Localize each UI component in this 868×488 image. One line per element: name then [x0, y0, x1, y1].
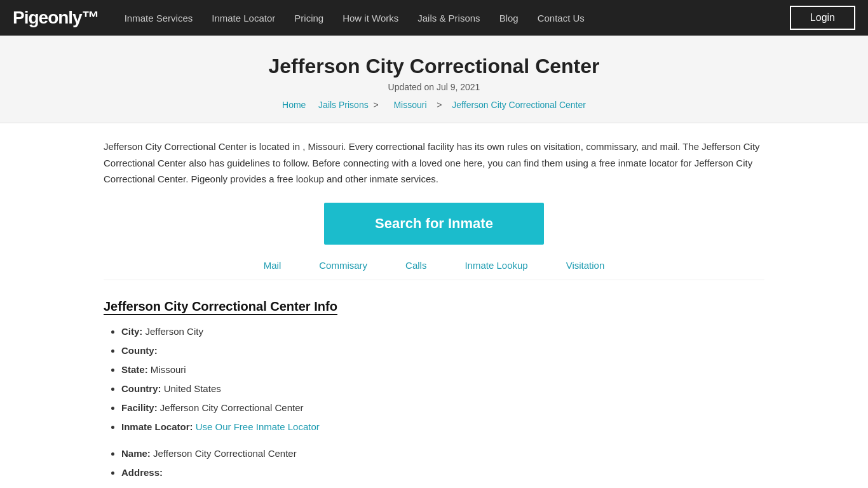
facility-label: Facility: — [121, 402, 158, 413]
navbar: Pigeonly™ Inmate Services Inmate Locator… — [0, 0, 868, 36]
state-label: State: — [121, 364, 148, 375]
tab-commisary[interactable]: Commisary — [319, 260, 367, 271]
tab-visitation[interactable]: Visitation — [566, 260, 605, 271]
nav-how-it-works[interactable]: How it Works — [342, 13, 398, 24]
tab-calls[interactable]: Calls — [405, 260, 426, 271]
list-item: Name: Jefferson City Correctional Center — [121, 446, 764, 461]
logo: Pigeonly™ — [13, 8, 99, 28]
page-title: Jefferson City Correctional Center — [13, 55, 855, 78]
country-value: United States — [164, 383, 221, 394]
breadcrumb-arrow2: > — [431, 100, 449, 110]
tab-inmate-lookup[interactable]: Inmate Lookup — [465, 260, 527, 271]
main-content: Jefferson City Correctional Center is lo… — [53, 123, 815, 488]
breadcrumb-state[interactable]: Missouri — [393, 100, 426, 110]
state-value: Missouri — [151, 364, 186, 375]
nav-inmate-services[interactable]: Inmate Services — [125, 13, 193, 24]
info-section-title: Jefferson City Correctional Center Info — [104, 299, 337, 315]
breadcrumb-jails[interactable]: Jails Prisons — [318, 100, 369, 110]
nav-pricing[interactable]: Pricing — [294, 13, 323, 24]
country-label: Country: — [121, 383, 161, 394]
info-list: City: Jefferson City County: State: Miss… — [104, 324, 764, 435]
list-item: County: — [121, 343, 764, 358]
nav-jails-prisons[interactable]: Jails & Prisons — [417, 13, 480, 24]
breadcrumb-sep2 — [386, 100, 391, 110]
info-list-2: Name: Jefferson City Correctional Center… — [104, 446, 764, 489]
list-item: Inmate Locator: Use Our Free Inmate Loca… — [121, 419, 764, 435]
nav-blog[interactable]: Blog — [499, 13, 519, 24]
county-label: County: — [121, 345, 158, 356]
nav-links: Inmate Services Inmate Locator Pricing H… — [125, 13, 790, 24]
login-button[interactable]: Login — [790, 6, 855, 30]
name-label: Name: — [121, 448, 151, 459]
inmate-locator-label: Inmate Locator: — [121, 421, 193, 432]
breadcrumb-sep1 — [311, 100, 316, 110]
city-value: Jefferson City — [146, 326, 203, 337]
hero-section: Jefferson City Correctional Center Updat… — [0, 36, 868, 123]
info-section: Jefferson City Correctional Center Info … — [104, 299, 764, 489]
search-for-inmate-button[interactable]: Search for Inmate — [324, 203, 544, 245]
facility-description: Jefferson City Correctional Center is lo… — [104, 139, 764, 187]
tab-mail[interactable]: Mail — [264, 260, 281, 271]
list-item: State: Missouri — [121, 362, 764, 377]
list-item: City: Jefferson City — [121, 324, 764, 339]
list-item: Country: United States — [121, 381, 764, 396]
list-item: Address: — [121, 465, 764, 480]
nav-contact-us[interactable]: Contact Us — [538, 13, 585, 24]
service-tabs: Mail Commisary Calls Inmate Lookup Visit… — [104, 260, 764, 280]
search-button-wrapper: Search for Inmate — [104, 203, 764, 245]
breadcrumb: Home Jails Prisons > Missouri > Jefferso… — [13, 92, 855, 110]
list-item: Facility: Jefferson City Correctional Ce… — [121, 400, 764, 416]
facility-value: Jefferson City Correctional Center — [160, 402, 304, 413]
breadcrumb-arrow1: > — [374, 100, 379, 110]
nav-inmate-locator[interactable]: Inmate Locator — [212, 13, 275, 24]
address-label: Address: — [121, 467, 163, 478]
city-label: City: — [121, 326, 142, 337]
breadcrumb-home[interactable]: Home — [282, 100, 306, 110]
updated-date: Updated on Jul 9, 2021 — [13, 82, 855, 92]
name-value: Jefferson City Correctional Center — [153, 448, 297, 459]
breadcrumb-facility[interactable]: Jefferson City Correctional Center — [452, 100, 586, 110]
phone-label: Phone: — [121, 486, 154, 489]
inmate-locator-link[interactable]: Use Our Free Inmate Locator — [196, 421, 320, 432]
list-item: Phone: — [121, 484, 764, 489]
